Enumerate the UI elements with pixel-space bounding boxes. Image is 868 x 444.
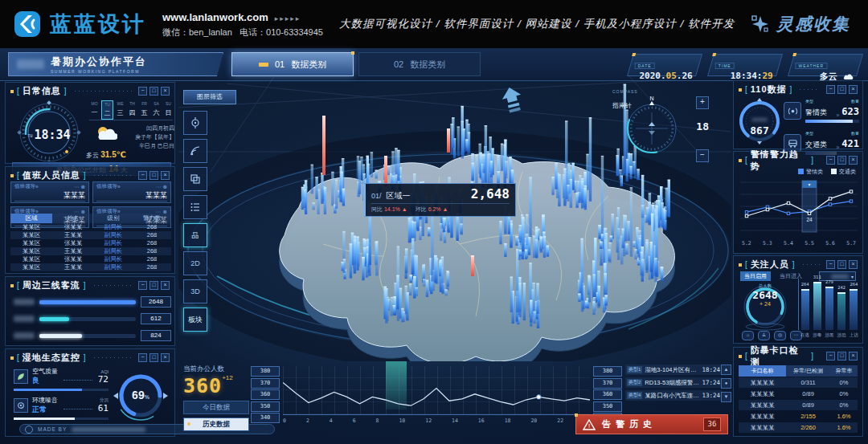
website-link[interactable]: www.lanlanwork.com bbox=[162, 11, 268, 23]
panel-close-icon[interactable]: × bbox=[161, 353, 170, 362]
close-icon[interactable]: ⊗ bbox=[163, 184, 167, 190]
focus-tab[interactable]: 当日启用 bbox=[740, 271, 771, 281]
panel-minimize-icon[interactable]: − bbox=[826, 85, 835, 94]
alert-row[interactable]: 类型4某路口有小汽车连闯三个红灯13:24 bbox=[625, 390, 722, 401]
alarm-history-button[interactable]: ! 告警历史 36 bbox=[575, 414, 728, 434]
x-axis-ticks: 024681012141618202224 bbox=[283, 418, 590, 424]
checkpoint-row[interactable]: 某某某某0/890% bbox=[739, 389, 858, 399]
panel-minimize-icon[interactable]: − bbox=[138, 281, 147, 290]
panel-duty-staff: [ 值班人员信息] −□× 值班领导 »⋯⊗某某某值班领导 »⋯⊗某某某值班领导… bbox=[5, 166, 175, 274]
tab-data-category-02[interactable]: 02数据类别 bbox=[358, 52, 481, 76]
checkpoint-rate: 0% bbox=[830, 377, 858, 388]
lanlan-logo-icon bbox=[13, 10, 42, 39]
checkpoint-ratio: 2/260 bbox=[786, 422, 830, 433]
cell: 268 bbox=[133, 247, 171, 255]
eco-metric-name: 环境噪音 bbox=[32, 396, 58, 405]
layer-tool-location[interactable] bbox=[183, 111, 207, 135]
x-tick: 14 bbox=[452, 418, 458, 424]
checkpoint-rate: 0% bbox=[830, 400, 858, 410]
more-icon[interactable]: ⋯ bbox=[74, 184, 80, 190]
checkpoint-row[interactable]: 某某某某0/890% bbox=[739, 400, 858, 410]
platform-title: 暑期办公协作平台 bbox=[51, 55, 147, 69]
panel-maximize-icon[interactable]: □ bbox=[837, 156, 846, 165]
trend-line-chart[interactable]: ▾24 bbox=[740, 177, 858, 238]
panel-maximize-icon[interactable]: □ bbox=[149, 87, 158, 96]
panel-close-icon[interactable]: × bbox=[849, 260, 858, 269]
table-row[interactable]: 某某区王某某副局长268 bbox=[10, 263, 171, 271]
tab-number: 01 bbox=[275, 59, 285, 69]
layer-tool-品[interactable]: 品 bbox=[183, 223, 207, 247]
cell: 张某某 bbox=[52, 223, 94, 231]
checkpoint-row[interactable]: 某某某某2/1551.6% bbox=[739, 411, 858, 422]
scroll-down-icon[interactable]: ▼ bbox=[721, 392, 731, 402]
x-tick: 22 bbox=[557, 418, 563, 424]
panel-minimize-icon[interactable]: − bbox=[138, 353, 147, 362]
table-row[interactable]: 某某区张某某副局长268 bbox=[10, 255, 171, 263]
layer-tool-板块[interactable]: 板块 bbox=[183, 308, 207, 332]
table-row[interactable]: 某某区张某某副局长268 bbox=[10, 239, 171, 247]
close-icon[interactable]: ⊗ bbox=[81, 184, 85, 190]
weekday-cell: FR五 bbox=[139, 100, 149, 120]
history-data-button[interactable]: 历史数据 bbox=[183, 418, 249, 431]
scroll-thumb-icon[interactable]: ● bbox=[721, 378, 731, 389]
layer-tool-list[interactable] bbox=[183, 195, 207, 219]
total-gauge-value: 867 bbox=[737, 124, 782, 136]
eco-metric-bar bbox=[14, 389, 108, 391]
tab-data-category-01[interactable]: 01数据类别 bbox=[231, 52, 354, 76]
checkpoint-row[interactable]: 某某某某2/2601.6% bbox=[739, 422, 858, 433]
layer-tool-3D[interactable]: 3D bbox=[183, 279, 207, 303]
layer-tool-signal[interactable] bbox=[183, 139, 207, 163]
checkpoint-row[interactable]: 某某某某0/3110% bbox=[739, 377, 858, 388]
panel-maximize-icon[interactable]: □ bbox=[837, 260, 846, 269]
alert-row[interactable]: 类型1湿地3-104片区有不明人员闯入18:24 bbox=[625, 365, 722, 375]
alert-row[interactable]: 类型2RD13-53烟感报警疑似火灾17:24 bbox=[625, 377, 722, 388]
inspiration-collect[interactable]: 灵感收集 bbox=[751, 13, 855, 35]
table-row[interactable]: 某某区王某某副局长268 bbox=[10, 231, 171, 239]
column-header: 警力数 bbox=[133, 214, 171, 223]
scroll-up-icon[interactable]: ▲ bbox=[721, 365, 731, 375]
panel-maximize-icon[interactable]: □ bbox=[149, 171, 158, 180]
panel-close-icon[interactable]: × bbox=[161, 87, 170, 96]
table-row[interactable]: 某某区王某某副局长268 bbox=[10, 247, 171, 255]
panel-minimize-icon[interactable]: − bbox=[826, 156, 835, 165]
panel-close-icon[interactable]: × bbox=[849, 156, 858, 165]
alert-text: 湿地3-104片区有不明人员闯入 bbox=[645, 366, 699, 374]
y-tick: 340 bbox=[251, 413, 280, 423]
trend-x-tick: 5.6 bbox=[825, 240, 835, 246]
panel-minimize-icon[interactable]: − bbox=[138, 171, 147, 180]
home-icon[interactable]: ⌂ bbox=[742, 331, 754, 340]
target-icon[interactable]: ◎ bbox=[774, 331, 786, 340]
weather-plate: WEATHER 多云 bbox=[788, 54, 863, 76]
more-icon[interactable]: ⋯ bbox=[156, 184, 162, 190]
compass-dial[interactable]: N bbox=[620, 95, 683, 157]
panel-minimize-icon[interactable]: − bbox=[826, 352, 835, 360]
x-tick: 4 bbox=[330, 418, 333, 424]
duty-leader-card[interactable]: 值班领导 »⋯⊗某某某 bbox=[92, 181, 171, 203]
panel-close-icon[interactable]: × bbox=[849, 352, 858, 360]
office-line-chart[interactable] bbox=[283, 366, 590, 415]
focus-bar-chart[interactable]: 264在逃311涉毒279涉黑242涉恐264上访 bbox=[798, 279, 860, 330]
eco-metric-unit: 分贝 bbox=[98, 397, 108, 403]
panel-controls: −□× bbox=[826, 156, 858, 165]
lunar-line: 闰四月初四 bbox=[123, 124, 174, 133]
alert-scrollbar[interactable]: ▲●▼ bbox=[721, 365, 731, 402]
table-row[interactable]: 某某区张某某副局长268 bbox=[10, 223, 171, 231]
duty-leader-card[interactable]: 值班领导 »⋯⊗某某某 bbox=[10, 181, 89, 203]
panel-maximize-icon[interactable]: □ bbox=[837, 85, 846, 94]
today-data-button[interactable]: 今日数据 bbox=[183, 401, 249, 414]
lunar-line: 辛巳月 己巳日 bbox=[123, 142, 174, 151]
panel-minimize-icon[interactable]: − bbox=[826, 260, 835, 269]
panel-close-icon[interactable]: × bbox=[849, 85, 858, 94]
x-tick: 0 bbox=[283, 418, 286, 424]
layer-tool-2D[interactable]: 2D bbox=[183, 251, 207, 275]
person-icon[interactable]: ♙ bbox=[758, 331, 770, 340]
panel-maximize-icon[interactable]: □ bbox=[149, 281, 158, 290]
panel-maximize-icon[interactable]: □ bbox=[837, 352, 846, 360]
layer-tool-layers[interactable] bbox=[183, 167, 207, 191]
panel-maximize-icon[interactable]: □ bbox=[149, 353, 158, 362]
map-zoom-out-button[interactable]: − bbox=[696, 149, 709, 162]
panel-minimize-icon[interactable]: − bbox=[138, 87, 147, 96]
map-zoom-in-button[interactable]: + bbox=[696, 96, 709, 109]
panel-close-icon[interactable]: × bbox=[161, 281, 170, 290]
panel-close-icon[interactable]: × bbox=[161, 171, 170, 180]
